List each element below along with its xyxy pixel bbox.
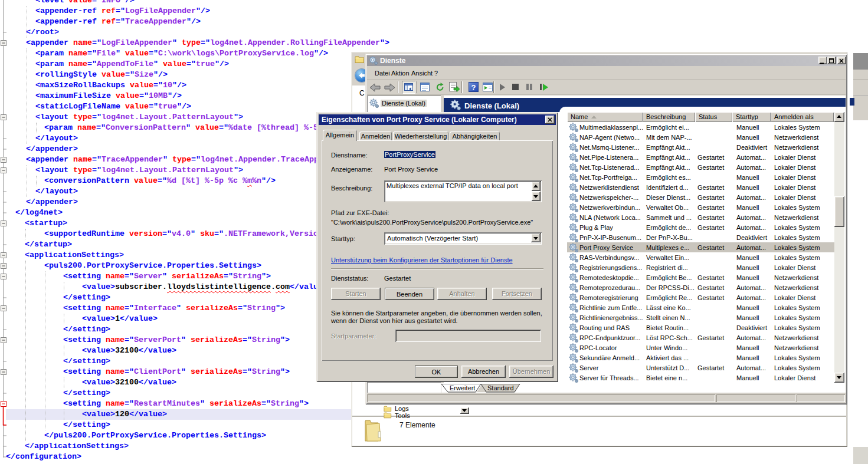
svg-text:Standard: Standard: [487, 384, 514, 391]
svg-text:Erweitert: Erweitert: [450, 384, 475, 391]
